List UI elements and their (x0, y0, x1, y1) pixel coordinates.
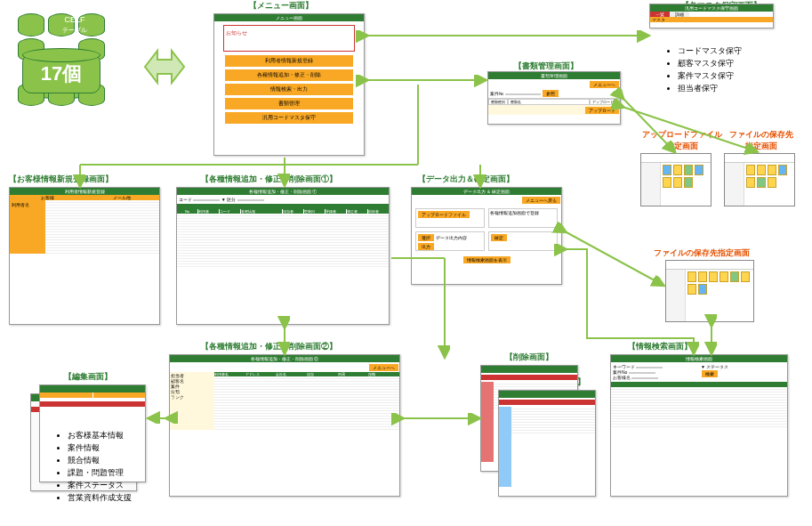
table-rows (511, 407, 595, 487)
search-button[interactable]: 検索 (702, 370, 718, 377)
screen-title: 利用者情報新規登録 (10, 188, 159, 195)
list-item: 担当者保守 (678, 82, 742, 94)
upload-dialog[interactable] (640, 153, 712, 206)
table-rows (214, 376, 399, 430)
upload-button[interactable]: アップロード (585, 107, 619, 114)
screen-title: 各種情報追加・修正・削除画面 ① (177, 188, 389, 195)
label-search: 【情報検索画面】 (628, 341, 692, 352)
db-count: 17個 (22, 53, 100, 93)
menu-button[interactable]: 利用者情報新規登録 (225, 55, 353, 67)
menu-return-button[interactable]: メニューへ (590, 81, 619, 88)
label-menu: 【メニュー画面】 (249, 0, 313, 12)
menu-button[interactable]: 各種情報追加・修正・削除 (225, 69, 353, 81)
field-label: 案件№ (490, 91, 503, 96)
col-header: 書類種別 (488, 99, 508, 105)
label-delete: 【削除画面】 (505, 352, 553, 363)
left-col-label: 利用者名 (10, 200, 45, 254)
list-item: 競合情報 (68, 454, 132, 466)
menu-button[interactable]: 書類管理 (225, 98, 353, 109)
menu-button[interactable]: 汎用コードマスタ保守 (225, 112, 353, 124)
field-label: お客様名 (613, 375, 631, 380)
screen-title: 各種情報追加・修正・削除画面 ② (170, 355, 399, 362)
screen-title: 汎用コードマスタ保守画面 (650, 4, 773, 12)
edit2-screen[interactable]: 各種情報追加・修正・削除画面 ② メニューへ 担当者顧客名案件分類ランク 利用者… (169, 354, 400, 497)
left-fields: 担当者顧客名案件分類ランク (170, 372, 214, 430)
text: データ出力内容 (436, 235, 467, 240)
row-label: マスタ (650, 17, 773, 22)
table-rows (611, 387, 787, 427)
screen-title: メニュー画面 (214, 14, 364, 21)
screen-title: データ出力 ＆ 確定画面 (412, 188, 561, 195)
menu-return-button[interactable]: メニューへ戻る (522, 197, 560, 204)
table-header: No 利用者 コード 各種情報 担当者 更新日 登録者 修正者 削除者 (177, 209, 389, 214)
table-rows (177, 214, 389, 267)
dataout-screen[interactable]: データ出力 ＆ 確定画面 メニューへ戻る アップロードファイル 各種情報追加画面… (411, 187, 562, 285)
newreg-screen[interactable]: 利用者情報新規登録 お客様メール他 利用者名 (9, 187, 160, 325)
screen-title: 情報検索画面 (611, 355, 787, 362)
button[interactable]: 情報検索画面を表示 (463, 256, 511, 263)
button[interactable]: 出力 (418, 243, 434, 250)
list-item: 案件マスタ保守 (678, 69, 742, 82)
button[interactable]: 確定 (491, 234, 507, 241)
list-item: 案件情報 (68, 441, 132, 454)
col-header: 書類名 (508, 99, 590, 105)
list-item: コードマスタ保守 (678, 45, 742, 57)
search-screen[interactable]: 情報検索画面 キーワード 案件No お客様名 ▼ ステータス 検索 (610, 354, 788, 497)
db-sublabel: テーブル (48, 26, 101, 35)
docmgmt-screen[interactable]: 書類管理画面 メニューへ 案件№ 参照 書類種別 書類名 アップロード日 アップ… (487, 71, 621, 125)
edit1-screen[interactable]: 各種情報追加・修正・削除画面 ① コード ▼ 区分 No 利用者 コード 各種情… (176, 187, 390, 325)
label-upload-dlg: アップロードファイル 指定画面 (642, 129, 722, 152)
db-label: CELF (48, 15, 101, 24)
savedir-dialog-2[interactable] (665, 260, 754, 322)
text: 各種情報追加画面で登録 (490, 210, 539, 215)
col-header: アップロード日 (590, 99, 620, 105)
master-list: コードマスタ保守 顧客マスタ保守 案件マスタ保守 担当者保守 (662, 45, 742, 94)
list-item: 顧客マスタ保守 (678, 57, 742, 69)
menu-return-button[interactable]: メニューへ (369, 364, 398, 371)
list-item: 課題・問題管理 (68, 466, 132, 479)
savedir-dialog[interactable] (724, 153, 795, 206)
button[interactable]: アップロードファイル (418, 211, 470, 218)
label-edit1: 【各種情報追加・修正・削除画面①】 (201, 174, 337, 185)
label-edit2: 【各種情報追加・修正・削除画面②】 (201, 341, 337, 352)
table-header: 利用者名アドレス会社名担当所属役職 (214, 372, 399, 376)
list-item: 営業資料作成支援 (68, 491, 132, 504)
menu-button[interactable]: 情報検索・出力 (225, 84, 353, 95)
list-item: 案件ステータス (68, 479, 132, 491)
button[interactable]: 選択 (418, 234, 434, 241)
field-rows (45, 200, 159, 254)
label-savedir-dlg2: ファイルの保存先指定画面 (654, 247, 750, 259)
indiv-list: お客様基本情報 案件情報 競合情報 課題・問題管理 案件ステータス 営業資料作成… (52, 429, 132, 504)
bi-arrow-icon (138, 40, 191, 93)
label-edit: 【編集画面】 (64, 371, 112, 383)
label-dataout: 【データ出力＆確定画面】 (418, 174, 514, 185)
list-item: お客様基本情報 (68, 429, 132, 441)
label-savedir-dlg: ファイルの保存先 指定画面 (729, 129, 793, 152)
unfix-screen[interactable] (498, 390, 596, 497)
master-screen[interactable]: 汎用コードマスタ保守画面 一覧 詳細 マスタ (649, 4, 774, 28)
tab[interactable]: 詳細 (670, 12, 689, 17)
field-label: コード (179, 197, 192, 202)
field-label: 区分 (227, 197, 236, 202)
menu-screen[interactable]: メニュー画面 お知らせ 利用者情報新規登録 各種情報追加・修正・削除 情報検索・… (213, 13, 365, 156)
notice-label: お知らせ (226, 30, 247, 36)
ref-button[interactable]: 参照 (543, 90, 559, 97)
svg-line-9 (565, 231, 663, 285)
label-newreg: 【お客様情報新規登録画面】 (9, 174, 113, 185)
screen-title: 書類管理画面 (488, 72, 620, 79)
